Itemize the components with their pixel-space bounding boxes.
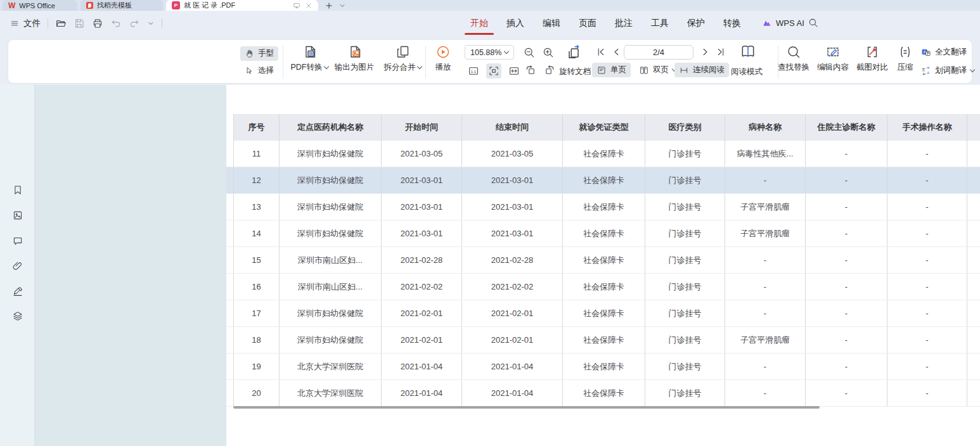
export-image-button[interactable]: 输出为图片 [331,44,378,73]
word-translate-icon: 文A [921,66,931,76]
table-cell: - [805,300,887,326]
bookmark-panel-button[interactable] [12,184,23,196]
read-mode-icon-button[interactable] [740,43,756,60]
column-header: 病种名称 [725,114,805,141]
tab-list-button[interactable] [338,0,346,11]
play-slideshow-button[interactable]: 播放 [429,44,457,73]
table-cell: 门诊挂号 [645,220,725,246]
table-row[interactable]: 13深圳市妇幼保健院2021-03-012021-03-01社会保障卡门诊挂号子… [226,194,980,220]
comments-panel-button[interactable] [12,235,23,246]
pdf-convert-button[interactable]: W PDF转换 [286,44,333,73]
tab-wps-office[interactable]: W WPS Office [3,0,77,11]
full-translate-button[interactable]: A 全文翻译 [921,47,967,58]
more-actions-chevron-icon[interactable] [147,20,155,27]
read-mode-label[interactable]: 阅读模式 [731,67,763,77]
table-row[interactable]: 15深圳市南山区妇...2021-02-282021-02-28社会保障卡门诊挂… [226,247,980,274]
continuous-read-button[interactable]: 连续阅读 [674,63,729,77]
ribbon-tab-home[interactable]: 开始 [470,11,488,35]
table-cell: 11 [233,141,279,167]
rotate-pages-icon [565,44,582,61]
ribbon-tab-edit[interactable]: 编辑 [543,11,560,35]
svg-text:文: 文 [922,67,925,72]
table-row[interactable]: 19北京大学深圳医院2021-01-042021-01-04社会保障卡门诊挂号-… [226,354,980,380]
ribbon-tab-tools[interactable]: 工具 [651,11,669,35]
compress-icon [898,44,913,60]
full-translate-icon: A [921,48,931,58]
next-page-button[interactable] [699,46,711,58]
table-cell: 深圳市妇幼保健院 [279,327,381,353]
fit-page-button[interactable] [486,63,501,79]
compress-button[interactable]: 压缩 [890,44,920,73]
screenshot-compare-icon [865,44,880,60]
rotate-left-button[interactable] [525,65,536,76]
last-page-button[interactable] [715,46,726,58]
ribbon-tab-convert[interactable]: 转换 [723,11,741,35]
attachments-panel-button[interactable] [12,260,23,272]
divider [162,18,162,29]
close-tab-icon[interactable] [305,2,313,10]
wps-ai-label: WPS AI [776,18,804,28]
ribbon-tab-protect[interactable]: 保护 [687,11,705,35]
table-cell: 2021-02-28 [461,247,562,273]
undo-icon[interactable] [110,18,122,29]
save-icon[interactable] [74,18,85,29]
find-replace-label: 查找替换 [778,62,809,73]
tab-pdf-document[interactable]: P 就 医 记 录 .PDF [166,0,318,11]
table-row[interactable]: 18深圳市妇幼保健院2021-02-012021-02-01社会保障卡门诊挂号子… [226,327,980,354]
divider [425,46,426,79]
table-cell: 深圳市妇幼保健院 [279,300,381,326]
split-merge-button[interactable]: 拆分合并 [379,44,426,73]
table-cell: 门诊挂号 [645,300,725,326]
screen-share-icon[interactable] [293,2,300,10]
first-page-button[interactable] [595,46,607,58]
ribbon-tab-insert[interactable]: 插入 [506,11,524,35]
page-number-input[interactable]: 2/4 [624,45,693,60]
file-menu-button[interactable]: 文件 [10,18,41,29]
zoom-in-button[interactable] [542,46,555,59]
print-icon[interactable] [92,18,103,29]
menu-bar: 文件 开始 插入 编辑 页面 批注 工具 保护 转换 WPS AI [0,11,980,35]
edit-content-button[interactable]: 编辑内容 [813,44,853,73]
signature-pen-icon [12,286,23,297]
select-tool-button[interactable]: 选择 [240,63,278,78]
wps-ai-button[interactable]: WPS AI [762,11,804,35]
table-row[interactable]: 11深圳市妇幼保健院2021-03-052021-03-05社会保障卡门诊挂号病… [226,141,980,167]
tab-docer-templates[interactable]: 找稻壳模板 [81,0,163,11]
pdf-toolbar: 手型 选择 W PDF转换 输出为图片 拆分合并 播放 105.88% 1:1 [8,39,972,84]
table-row[interactable]: 16深圳市南山区妇...2021-02-022021-02-02社会保障卡门诊挂… [226,274,980,300]
ribbon-tab-comment[interactable]: 批注 [615,11,633,35]
hand-tool-button[interactable]: 手型 [240,46,278,61]
thumbnails-panel-button[interactable] [12,210,23,221]
ribbon-tab-page[interactable]: 页面 [579,11,596,35]
rotate-document-label[interactable]: 旋转文档 [559,67,591,77]
cursor-icon [245,66,254,76]
previous-page-button[interactable] [611,46,622,58]
table-cell: 社会保障卡 [562,220,645,246]
find-replace-button[interactable]: 查找替换 [774,44,813,73]
global-search-button[interactable] [808,17,819,29]
table-row[interactable]: 14深圳市妇幼保健院2021-03-012021-03-01社会保障卡门诊挂号子… [226,220,980,247]
table-row[interactable]: 20北京大学深圳医院2021-01-042021-01-04社会保障卡门诊挂号-… [226,380,980,407]
table-row[interactable]: 17深圳市妇幼保健院2021-02-012021-02-01社会保障卡门诊挂号-… [226,300,980,327]
signature-panel-button[interactable] [12,286,23,297]
row-filler [967,380,980,406]
fit-width-button[interactable] [506,63,522,79]
screenshot-compare-button[interactable]: 截图对比 [853,44,892,73]
actual-size-button[interactable]: 1:1 [466,63,481,79]
single-page-button[interactable]: 单页 [592,63,631,77]
table-cell: 14 [233,220,279,246]
zoom-out-button[interactable] [523,46,536,59]
export-image-label: 输出为图片 [335,62,375,73]
rotate-pages-button[interactable] [565,44,582,61]
redo-icon[interactable] [129,18,140,29]
table-cell: 深圳市妇幼保健院 [279,167,381,193]
rotate-right-button[interactable] [544,65,555,76]
zoom-level-dropdown[interactable]: 105.88% [465,45,514,60]
table-cell: - [725,167,805,193]
word-translate-button[interactable]: 文A 划词翻译 [921,65,974,76]
layers-panel-button[interactable] [12,310,23,322]
open-file-icon[interactable] [55,18,67,29]
table-row[interactable]: 12深圳市妇幼保健院2021-03-012021-03-01社会保障卡门诊挂号-… [226,167,980,194]
new-tab-button[interactable] [325,0,333,11]
table-cell: 深圳市南山区妇... [279,274,381,300]
